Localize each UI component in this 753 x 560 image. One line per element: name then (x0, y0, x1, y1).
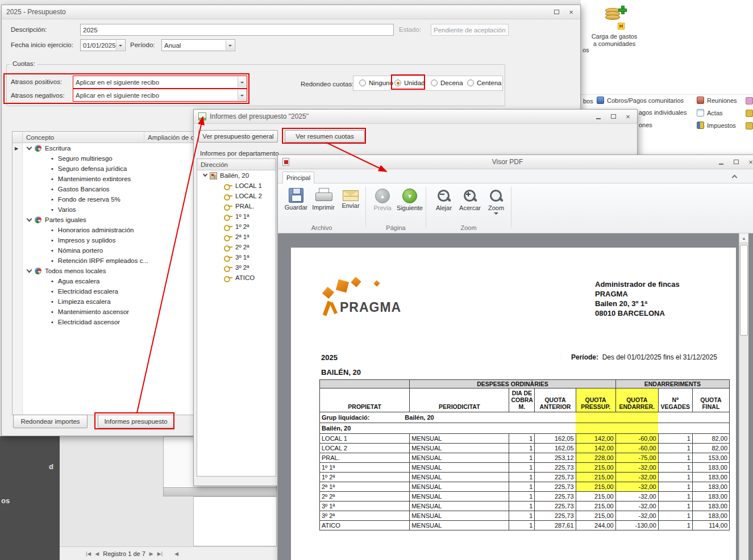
enviar-button[interactable]: Enviar (338, 186, 363, 223)
dropdown-icon[interactable] (238, 77, 246, 87)
down-arrow-icon (402, 189, 417, 203)
col-vegades: Nº VEGADES (658, 388, 692, 412)
zoom-button[interactable]: Zoom (484, 186, 509, 223)
radio-decena[interactable]: Decena (431, 80, 463, 86)
collapse-ribbon-icon[interactable] (732, 175, 738, 181)
siguiente-button[interactable]: Siguiente (397, 186, 422, 223)
dropdown-icon[interactable] (238, 90, 246, 101)
pdf-scrollbar[interactable]: ▲ (739, 233, 748, 560)
scrollbar-thumb[interactable] (740, 245, 748, 336)
budget-titlebar[interactable]: 2025 - Presupuesto × (2, 5, 580, 19)
bullet-icon: • (51, 227, 53, 233)
atrasos-negativos-label: Atrasos negativos: (11, 92, 65, 99)
periodo-select[interactable]: Anual (161, 39, 235, 51)
informes-tree-item[interactable]: 2º 2ª (197, 242, 276, 252)
close-button[interactable]: × (744, 157, 753, 167)
pdf-table-cell: -32,00 (615, 502, 658, 511)
informes-tree-item[interactable]: 1º 1ª (197, 211, 276, 222)
menu-item-cobros-pagos[interactable]: Cobros/Pagos comunitarios (597, 97, 684, 104)
last-record-button[interactable]: ▶| (157, 551, 163, 557)
dropdown-icon[interactable] (226, 40, 234, 50)
column-header-concepto[interactable]: Concepto (23, 132, 144, 143)
pdf-table-cell: LOCAL 1 (320, 434, 410, 444)
cut-icon[interactable] (746, 97, 753, 105)
direccion-column-header[interactable]: Dirección (197, 159, 276, 170)
tree-item-label: Impresos y suplidos (58, 237, 116, 244)
pdf-table-cell: MENSUAL (410, 492, 509, 502)
cut-icon[interactable] (746, 110, 753, 117)
chevron-expanded-icon[interactable] (27, 267, 32, 273)
informes-tree-item[interactable]: 1º 2ª (197, 222, 276, 232)
restore-button[interactable] (550, 7, 563, 17)
dropdown-icon[interactable] (116, 40, 124, 50)
atrasos-positivos-select[interactable]: Aplicar en el siguiente recibo (73, 76, 247, 89)
prev-record-button[interactable]: ◀ (95, 551, 99, 557)
radio-unidad[interactable]: Unidad (394, 80, 425, 86)
key-icon (224, 224, 232, 229)
nav-extra-button[interactable]: ◀ (174, 551, 178, 557)
plus-icon (618, 6, 626, 13)
informes-tree-item[interactable]: 2ª 1ª (197, 232, 276, 242)
first-record-button[interactable]: |◀ (86, 551, 91, 557)
redondear-importes-button[interactable]: Redondear importes (13, 415, 88, 428)
pdf-table-cell: 225,73 (535, 502, 576, 511)
bullet-icon: • (51, 309, 53, 315)
descripcion-input[interactable]: 2025 (80, 24, 394, 36)
informes-tree-item[interactable]: ATICO (197, 273, 276, 283)
menu-item-pagos-individuales[interactable]: agos individuales (639, 109, 687, 116)
menu-item-actas[interactable]: Actas (697, 109, 723, 116)
informes-presupuesto-button[interactable]: Informes presupuesto (98, 415, 174, 428)
previa-button[interactable]: Previa (370, 186, 395, 223)
guardar-button[interactable]: Guardar (284, 186, 309, 223)
bullet-icon: • (51, 166, 53, 172)
carga-gastos-button[interactable]: H Carga de gastos a comunidades (584, 6, 644, 64)
pdf-table-cell: 1 (509, 453, 535, 463)
cut-icon[interactable] (746, 122, 753, 129)
pdf-table-cell: 1 (658, 502, 692, 511)
atrasos-negativos-select[interactable]: Aplicar en el siguiente recibo (73, 89, 247, 102)
category-sphere-icon (35, 216, 41, 223)
chevron-expanded-icon[interactable] (27, 216, 32, 222)
informes-titlebar[interactable]: Informes del presupuesto "2025" × (194, 110, 637, 124)
informes-tree-root[interactable]: Bailén, 20 (197, 170, 276, 181)
informes-tree-item[interactable]: PRAL. (197, 201, 276, 211)
menu-item-reuniones[interactable]: Reuniones (697, 97, 737, 104)
informes-tree-item[interactable]: LOCAL 2 (197, 191, 276, 201)
pdf-table-cell: 228,00 (576, 453, 615, 463)
acercar-button[interactable]: Acercar (457, 186, 482, 223)
menu-item-impuestos[interactable]: Impuestos (697, 122, 736, 129)
col-quota-final: QUOTA FINAL (692, 388, 729, 412)
close-button[interactable]: × (564, 7, 578, 17)
informes-tree-item[interactable]: LOCAL 1 (197, 181, 276, 191)
fecha-value: 01/01/2025 (83, 42, 116, 49)
radio-label: Ninguno (369, 80, 393, 86)
pdf-table-cell: 1 (509, 492, 535, 502)
imprimir-button[interactable]: Imprimir (311, 186, 336, 223)
ver-resumen-cuotas-button[interactable]: Ver resumen cuotas (285, 130, 365, 143)
estado-input: Pendiente de aceptación (431, 24, 509, 36)
radio-ninguno[interactable]: Ninguno (359, 80, 393, 86)
informes-item-label: 1º 2ª (235, 223, 249, 230)
tab-principal[interactable]: Principal (282, 172, 314, 183)
fecha-inicio-input[interactable]: 01/01/2025 (80, 39, 126, 51)
radio-centena[interactable]: Centena (467, 80, 501, 86)
ver-presupuesto-general-button[interactable]: Ver presupuesto general (198, 130, 278, 143)
menu-item-ones[interactable]: ones (639, 122, 652, 128)
maximize-button[interactable] (729, 157, 743, 167)
informes-tree-item[interactable]: 3º 1ª (197, 252, 276, 262)
pdf-titlebar[interactable]: Visor PDF × (278, 155, 753, 169)
informes-tree-item[interactable]: 3º 2ª (197, 262, 276, 273)
minimize-button[interactable] (592, 111, 605, 122)
minimize-button[interactable] (714, 157, 728, 167)
chevron-expanded-icon[interactable] (203, 172, 207, 177)
alejar-button[interactable]: Alejar (431, 186, 456, 223)
address-line: Bailen 20, 3º 1ª (595, 299, 680, 308)
tree-item-label: Agua escalera (58, 278, 100, 285)
close-button[interactable]: × (621, 111, 635, 122)
menu-label: Reuniones (707, 97, 737, 104)
chevron-expanded-icon[interactable] (27, 144, 32, 150)
maximize-button[interactable] (606, 111, 620, 122)
scroll-up-icon[interactable]: ▲ (739, 233, 748, 243)
next-record-button[interactable]: ▶ (149, 551, 153, 557)
periodo-label: Período: (130, 41, 155, 48)
